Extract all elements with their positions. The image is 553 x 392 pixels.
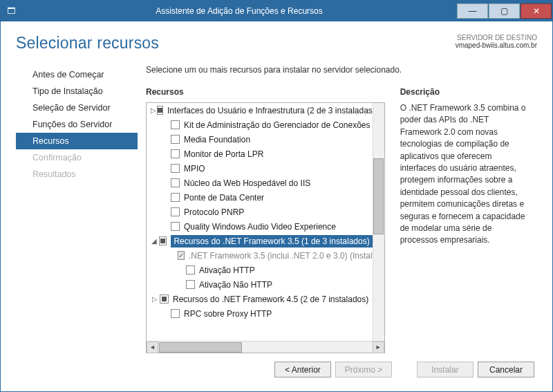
minimize-button[interactable]: — xyxy=(457,3,488,19)
wizard-step[interactable]: Tipo de Instalação xyxy=(16,83,138,100)
previous-button-label: < Anterior xyxy=(285,365,321,375)
checkbox[interactable] xyxy=(157,106,163,115)
tree-row[interactable]: RPC sobre Proxy HTTP xyxy=(147,306,373,321)
header: Selecionar recursos SERVIDOR DE DESTINO … xyxy=(16,34,537,53)
tree-row[interactable]: Ponte de Data Center xyxy=(147,190,373,205)
tree-item-label: MPIO xyxy=(184,162,205,175)
hscroll-left-button[interactable]: ◄ xyxy=(147,342,158,353)
instruction-text: Selecione um ou mais recursos para insta… xyxy=(146,65,529,75)
checkbox[interactable] xyxy=(159,236,167,245)
expander-icon[interactable]: ◢ xyxy=(151,237,158,245)
vertical-scroll-thumb[interactable] xyxy=(373,158,384,234)
window-buttons: — ▢ ✕ xyxy=(457,3,552,19)
checkbox[interactable] xyxy=(171,149,180,158)
wizard-steps-sidebar: Antes de ComeçarTipo de InstalaçãoSeleçã… xyxy=(16,65,138,353)
checkbox[interactable] xyxy=(171,135,180,144)
features-tree-body: ▷Interfaces do Usuário e Infraestrutura … xyxy=(147,103,384,341)
cancel-button-label: Cancelar xyxy=(489,365,523,375)
tree-row[interactable]: ▷Interfaces do Usuário e Infraestrutura … xyxy=(147,103,373,118)
destination-label: SERVIDOR DE DESTINO xyxy=(456,34,537,41)
next-button[interactable]: Próximo > xyxy=(335,362,392,377)
hscroll-thumb[interactable] xyxy=(159,342,242,353)
checkbox[interactable] xyxy=(171,193,180,202)
tree-row[interactable]: Kit de Administração do Gerenciador de C… xyxy=(147,118,373,132)
hscroll-track[interactable] xyxy=(158,342,373,353)
maximize-button[interactable]: ▢ xyxy=(489,3,520,19)
tree-item-label: Monitor de Porta LPR xyxy=(184,148,263,160)
columns: Antes de ComeçarTipo de InstalaçãoSeleçã… xyxy=(16,65,537,353)
expander-icon[interactable]: ▷ xyxy=(151,295,159,303)
tree-item-label: Kit de Administração do Gerenciador de C… xyxy=(184,119,371,131)
features-tree[interactable]: ▷Interfaces do Usuário e Infraestrutura … xyxy=(147,103,373,341)
window-title: Assistente de Adição de Funções e Recurs… xyxy=(21,6,457,16)
tree-row[interactable]: Quality Windows Audio Video Experience xyxy=(147,219,373,234)
tree-item-label: Protocolo PNRP xyxy=(184,206,244,218)
checkbox[interactable] xyxy=(171,309,180,318)
content: Selecionar recursos SERVIDOR DE DESTINO … xyxy=(1,21,552,391)
app-icon: 🗔 xyxy=(1,1,21,21)
tree-row[interactable]: MPIO xyxy=(147,161,373,176)
checkbox[interactable] xyxy=(171,222,180,231)
sections-row: Recursos ▷Interfaces do Usuário e Infrae… xyxy=(146,87,529,353)
main-panel: Selecione um ou mais recursos para insta… xyxy=(138,65,537,353)
tree-item-label: Media Foundation xyxy=(184,133,250,146)
checkbox[interactable] xyxy=(171,164,180,173)
install-button-label: Instalar xyxy=(431,365,458,375)
vertical-scrollbar[interactable] xyxy=(373,103,384,341)
tree-row[interactable]: Protocolo PNRP xyxy=(147,205,373,219)
wizard-buttons: < Anterior Próximo > Instalar Cancelar xyxy=(16,353,537,383)
tree-row[interactable]: ◢Recursos do .NET Framework 3.5 (1 de 3 … xyxy=(147,234,373,248)
checkbox[interactable] xyxy=(178,251,185,260)
features-tree-wrap: ▷Interfaces do Usuário e Infraestrutura … xyxy=(146,102,385,353)
wizard-step[interactable]: Seleção de Servidor xyxy=(16,100,138,116)
titlebar: 🗔 Assistente de Adição de Funções e Recu… xyxy=(1,1,552,21)
description-heading: Descrição xyxy=(400,87,529,97)
destination-block: SERVIDOR DE DESTINO vmaped-bwiis.altus.c… xyxy=(456,34,537,49)
checkbox[interactable] xyxy=(171,178,180,187)
tree-row[interactable]: .NET Framework 3.5 (inclui .NET 2.0 e 3.… xyxy=(147,248,373,263)
wizard-step[interactable]: Funções do Servidor xyxy=(16,116,138,133)
checkbox[interactable] xyxy=(171,207,180,216)
tree-item-label: RPC sobre Proxy HTTP xyxy=(184,308,272,320)
wizard-step: Confirmação xyxy=(16,149,138,166)
tree-item-label: Quality Windows Audio Video Experience xyxy=(184,221,336,233)
tree-row[interactable]: Ativação HTTP xyxy=(147,263,373,277)
hscroll-right-button[interactable]: ► xyxy=(373,342,384,353)
wizard-step[interactable]: Recursos xyxy=(16,133,138,149)
tree-item-label: Núcleo da Web Hospedável do IIS xyxy=(184,177,310,189)
tree-row[interactable]: Monitor de Porta LPR xyxy=(147,147,373,161)
features-column: Recursos ▷Interfaces do Usuário e Infrae… xyxy=(146,87,385,353)
tree-item-label: Recursos do .NET Framework 4.5 (2 de 7 i… xyxy=(173,293,368,306)
tree-item-label: Interfaces do Usuário e Infraestrutura (… xyxy=(167,104,373,117)
checkbox[interactable] xyxy=(160,295,169,304)
wizard-step[interactable]: Antes de Começar xyxy=(16,66,138,83)
next-button-label: Próximo > xyxy=(345,365,382,375)
checkbox[interactable] xyxy=(171,120,180,129)
description-column: Descrição O .NET Framework 3.5 combina o… xyxy=(400,87,529,353)
tree-row[interactable]: ▷Recursos do .NET Framework 4.5 (2 de 7 … xyxy=(147,292,373,306)
tree-item-label: Recursos do .NET Framework 3.5 (1 de 3 i… xyxy=(171,235,372,248)
tree-row[interactable]: Núcleo da Web Hospedável do IIS xyxy=(147,176,373,190)
features-heading: Recursos xyxy=(146,87,385,97)
expander-icon[interactable]: ▷ xyxy=(151,106,156,114)
checkbox[interactable] xyxy=(186,280,195,289)
install-button[interactable]: Instalar xyxy=(417,362,474,377)
description-text: O .NET Framework 3.5 combina o poder das… xyxy=(400,102,529,247)
tree-item-label: Ponte de Data Center xyxy=(184,192,264,204)
tree-item-label: Ativação HTTP xyxy=(199,264,255,277)
previous-button[interactable]: < Anterior xyxy=(274,362,331,377)
checkbox[interactable] xyxy=(186,265,195,274)
destination-host: vmaped-bwiis.altus.com.br xyxy=(456,41,537,49)
tree-row[interactable]: Media Foundation xyxy=(147,132,373,147)
close-button[interactable]: ✕ xyxy=(521,3,552,19)
button-spacer xyxy=(396,362,413,377)
page-title: Selecionar recursos xyxy=(16,34,159,53)
horizontal-scrollbar[interactable]: ◄ ► xyxy=(147,341,384,353)
tree-item-label: .NET Framework 3.5 (inclui .NET 2.0 e 3.… xyxy=(189,250,373,262)
wizard-step: Resultados xyxy=(16,166,138,183)
tree-item-label: Ativação Não HTTP xyxy=(199,279,272,291)
cancel-button[interactable]: Cancelar xyxy=(478,362,534,377)
tree-row[interactable]: Ativação Não HTTP xyxy=(147,277,373,292)
